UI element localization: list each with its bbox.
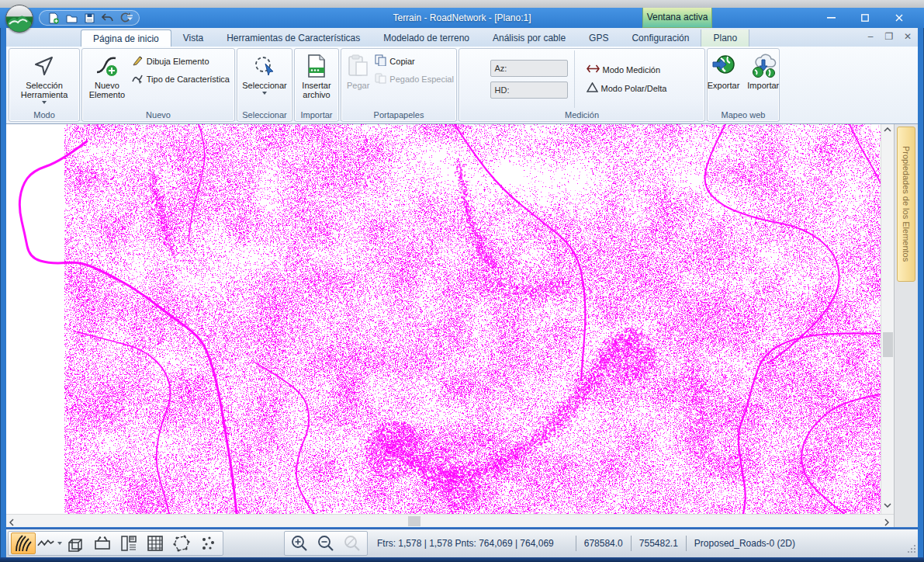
zoom-in-icon[interactable] <box>287 533 312 554</box>
maximize-button[interactable] <box>848 8 882 28</box>
mdi-minimize-icon[interactable]: – <box>865 31 876 42</box>
scroll-left-icon[interactable] <box>9 519 14 526</box>
tab-plano[interactable]: Plano <box>701 29 749 47</box>
contour-tool-icon[interactable] <box>11 533 36 554</box>
group-label-seleccionar: Seleccionar <box>237 109 292 121</box>
scroll-down-icon[interactable] <box>884 503 891 508</box>
window-controls <box>814 8 916 28</box>
group-label-modo: Modo <box>9 109 79 121</box>
paste-special-icon <box>375 72 386 85</box>
window-border <box>918 28 924 557</box>
modo-medicion-button[interactable]: Modo Medición <box>584 64 670 75</box>
map-viewport[interactable] <box>6 124 881 514</box>
group-label-medicion: Medición <box>459 109 704 121</box>
window-title: Terrain - RoadNetwork - [Plano:1] <box>0 8 924 28</box>
desktop-edge <box>0 0 924 8</box>
pencil-icon <box>132 54 144 68</box>
group-mapeo-web: Exportar Importar Mapeo web <box>707 48 780 122</box>
scroll-up-icon[interactable] <box>884 127 891 132</box>
paste-icon <box>348 53 369 79</box>
application-window: Terrain - RoadNetwork - [Plano:1] Ventan… <box>0 0 924 562</box>
active-window-badge: Ventana activa <box>642 8 712 28</box>
group-label-importar: Importar <box>295 109 338 121</box>
polyline-tool-icon[interactable] <box>37 533 62 554</box>
tab-herramientas-caracteristicas[interactable]: Herramientas de Características <box>215 29 372 47</box>
new-element-icon <box>95 53 119 79</box>
panel-layout-icon[interactable] <box>116 533 141 554</box>
grid-table-icon[interactable] <box>143 533 168 554</box>
pegado-especial-button[interactable]: Pegado Especial <box>372 71 456 86</box>
coordinate-y: 755482.1 <box>639 538 678 549</box>
horizontal-scroll-thumb[interactable] <box>408 516 420 526</box>
properties-panel-tab[interactable]: Propiedades de los Elementos <box>897 127 915 282</box>
group-label-portapapeles: Portapapeles <box>341 109 456 121</box>
select-arrow-icon <box>33 53 55 79</box>
tab-pagina-de-inicio[interactable]: Página de inicio <box>81 29 171 47</box>
coordinate-x: 678584.0 <box>584 538 623 549</box>
separator <box>631 536 632 551</box>
side-panel-strip: Propiedades de los Elementos <box>894 124 918 527</box>
points-scatter-icon[interactable] <box>196 533 220 554</box>
double-arrow-icon <box>587 64 600 75</box>
window-border <box>0 557 924 562</box>
export-globe-icon <box>711 53 736 79</box>
mdi-restore-icon[interactable]: ❐ <box>884 31 895 42</box>
group-label-mapeo-web: Mapeo web <box>708 109 779 121</box>
import-cloud-icon <box>750 53 777 79</box>
terrain-logo-icon <box>6 5 33 32</box>
zoom-toolbar <box>284 531 368 556</box>
ribbon: Selección Herramienta Modo Nuevo Element… <box>6 47 918 124</box>
tipo-caracteristica-button[interactable]: Tipo de Característica <box>130 71 232 86</box>
group-nuevo: Nuevo Elemento Dibuja Elemento Tipo de C… <box>81 48 235 122</box>
hd-field[interactable]: HD: <box>490 82 568 99</box>
vertical-scroll-thumb[interactable] <box>883 332 893 357</box>
minimize-button[interactable] <box>814 8 848 28</box>
feature-point-counts: Ftrs: 1,578 | 1,578 Pnts: 764,069 | 764,… <box>377 538 554 549</box>
triangle-icon <box>587 82 598 94</box>
az-field[interactable]: Az: <box>490 60 568 77</box>
resize-grip[interactable] <box>907 544 916 556</box>
tab-configuracion[interactable]: Configuración <box>620 29 701 47</box>
group-label-nuevo: Nuevo <box>82 109 234 121</box>
vertical-scrollbar[interactable] <box>881 124 894 514</box>
tab-analisis-cable[interactable]: Análisis por cable <box>481 29 577 47</box>
importar-web-button[interactable]: Importar <box>744 50 782 108</box>
group-portapapeles: Pegar Copiar Pegado Especial <box>341 48 457 122</box>
zoom-extents-icon[interactable] <box>340 533 365 554</box>
copiar-button[interactable]: Copiar <box>372 54 456 68</box>
horizontal-scrollbar[interactable] <box>6 514 894 527</box>
polygon-select-icon[interactable] <box>169 533 194 554</box>
group-seleccionar: Seleccionar Seleccionar <box>237 48 292 122</box>
group-importar: Insertar archivo Importar <box>294 48 339 122</box>
cube-3d-icon[interactable] <box>64 533 88 554</box>
group-modo: Selección Herramienta Modo <box>9 48 80 122</box>
seleccionar-button[interactable]: Seleccionar <box>239 50 289 108</box>
insertar-archivo-button[interactable]: Insertar archivo <box>297 50 336 108</box>
tab-modelado-terreno[interactable]: Modelado de terreno <box>372 29 481 47</box>
insert-file-icon <box>306 53 327 79</box>
statusbar: Ftrs: 1,578 | 1,578 Pnts: 764,069 | 764,… <box>6 529 918 557</box>
zoom-out-icon[interactable] <box>313 533 338 554</box>
app-logo-button[interactable] <box>5 5 33 33</box>
seleccion-herramienta-button[interactable]: Selección Herramienta <box>12 50 77 108</box>
copy-icon <box>375 54 386 68</box>
nuevo-elemento-button[interactable]: Nuevo Elemento <box>85 50 130 108</box>
scroll-right-icon[interactable] <box>884 519 889 526</box>
exportar-button[interactable]: Exportar <box>704 50 743 108</box>
lasso-select-icon <box>253 53 276 79</box>
dibuja-elemento-button[interactable]: Dibuja Elemento <box>130 54 232 68</box>
close-button[interactable] <box>882 8 916 28</box>
pegar-button[interactable]: Pegar <box>344 50 372 108</box>
mdi-child-controls: – ❐ ✕ <box>865 31 913 42</box>
map-canvas[interactable] <box>6 124 881 514</box>
feature-type-icon <box>132 72 144 85</box>
tab-vista[interactable]: Vista <box>171 29 215 47</box>
dropdown-arrow-icon <box>262 92 267 95</box>
tab-gps[interactable]: GPS <box>577 29 620 47</box>
mdi-close-icon[interactable]: ✕ <box>902 31 913 42</box>
modo-polar-delta-button[interactable]: Modo Polar/Delta <box>584 82 670 95</box>
dropdown-arrow-icon <box>42 101 47 104</box>
ribbon-tab-row: Página de inicio Vista Herramientas de C… <box>6 28 918 47</box>
view-window-icon[interactable] <box>90 533 115 554</box>
separator <box>686 536 687 551</box>
